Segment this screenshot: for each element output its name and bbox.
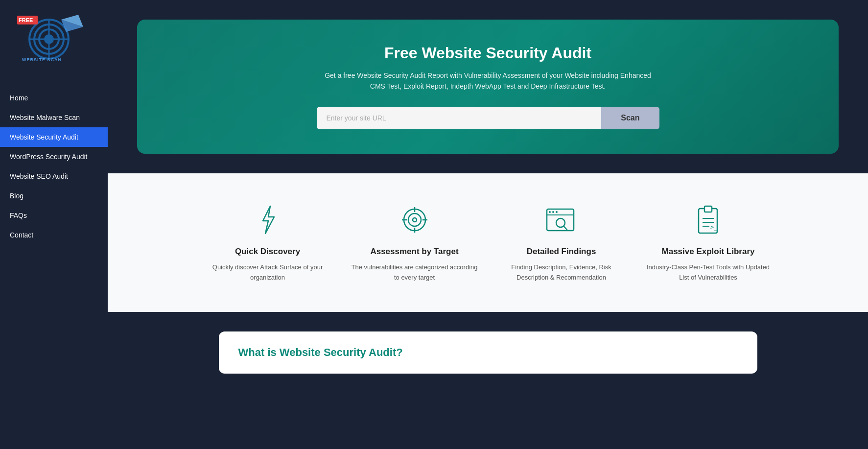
lightning-icon [251,203,285,237]
scan-form: Scan [317,107,659,129]
svg-text:>_: >_ [710,224,718,231]
svg-point-21 [549,211,551,213]
target-icon [398,203,432,237]
sidebar-item-faqs[interactable]: FAQs [0,206,108,225]
feature-title-assessment-by-target: Assessment by Target [351,247,478,257]
svg-point-23 [556,211,558,213]
clipboard-icon: >_ [691,203,726,237]
sidebar-item-wordpress-audit[interactable]: WordPress Security Audit [0,147,108,166]
nav-menu: HomeWebsite Malware ScanWebsite Security… [0,88,108,245]
svg-text:FREE: FREE [19,17,33,23]
feature-desc-quick-discovery: Quickly discover Attack Surface of your … [204,262,331,283]
sidebar: FREE WEBSITE SCAN HomeWebsite Malware Sc… [0,0,108,449]
search-window-icon [544,203,579,237]
logo-icon: FREE WEBSITE SCAN [15,10,93,69]
feature-quick-discovery: Quick DiscoveryQuickly discover Attack S… [194,203,341,283]
sidebar-item-seo-audit[interactable]: Website SEO Audit [0,166,108,186]
features-grid: Quick DiscoveryQuickly discover Attack S… [194,203,782,283]
feature-title-exploit-library: Massive Exploit Library [645,247,772,257]
svg-text:WEBSITE SCAN: WEBSITE SCAN [22,57,62,62]
svg-line-25 [564,226,567,230]
bottom-section: What is Website Security Audit? [108,312,868,449]
features-section: Quick DiscoveryQuickly discover Attack S… [108,173,868,312]
sidebar-item-security-audit[interactable]: Website Security Audit [0,127,108,147]
sidebar-item-blog[interactable]: Blog [0,186,108,206]
svg-point-22 [552,211,554,213]
what-is-title: What is Website Security Audit? [238,346,738,359]
feature-exploit-library: >_ Massive Exploit LibraryIndustry-Class… [635,203,782,283]
hero-description: Get a free Website Security Audit Report… [317,70,659,92]
feature-desc-assessment-by-target: The vulnerabilities are categorized acco… [351,262,478,283]
url-input[interactable] [317,107,602,129]
hero-title: Free Website Security Audit [157,44,819,62]
hero-banner: Free Website Security Audit Get a free W… [137,20,839,154]
feature-desc-exploit-library: Industry-Class Pen-Test Tools with Updat… [645,262,772,283]
sidebar-item-home[interactable]: Home [0,88,108,108]
svg-rect-27 [704,206,712,212]
feature-desc-detailed-findings: Finding Description, Evidence, Risk Desc… [498,262,625,283]
svg-point-14 [413,218,417,222]
feature-title-quick-discovery: Quick Discovery [204,247,331,257]
sidebar-item-malware-scan[interactable]: Website Malware Scan [0,108,108,127]
feature-assessment-by-target: Assessment by TargetThe vulnerabilities … [341,203,488,283]
logo-area: FREE WEBSITE SCAN [0,0,108,83]
main-content: Free Website Security Audit Get a free W… [108,0,868,449]
scan-button[interactable]: Scan [601,107,659,129]
svg-point-13 [408,213,421,226]
svg-point-12 [404,209,425,231]
feature-title-detailed-findings: Detailed Findings [498,247,625,257]
sidebar-item-contact[interactable]: Contact [0,225,108,245]
feature-detailed-findings: Detailed FindingsFinding Description, Ev… [488,203,635,283]
what-is-card: What is Website Security Audit? [219,331,757,374]
